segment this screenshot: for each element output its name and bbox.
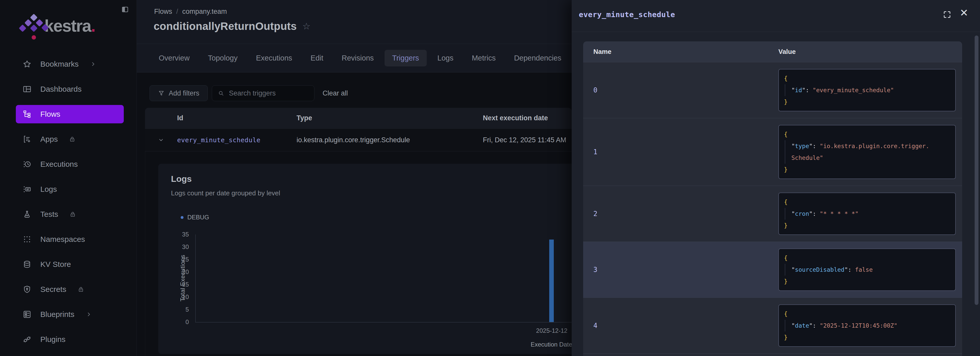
close-icon[interactable]: ✕ bbox=[959, 8, 968, 18]
sidebar-item-label: Flows bbox=[40, 110, 60, 118]
sidebar-item-tests[interactable]: Tests bbox=[16, 205, 124, 223]
property-value-code: {"cron": "* * * * *"} bbox=[778, 193, 956, 235]
tab-overview[interactable]: Overview bbox=[151, 50, 197, 66]
trigger-id-link[interactable]: every_minute_schedule bbox=[177, 136, 297, 144]
lock-icon bbox=[69, 136, 76, 142]
sidebar-nav: BookmarksDashboardsFlowsAppsExecutionsLo… bbox=[0, 55, 137, 355]
sidebar-item-logs[interactable]: Logs bbox=[16, 180, 124, 198]
search-icon bbox=[218, 90, 224, 97]
tab-revisions[interactable]: Revisions bbox=[334, 50, 382, 66]
property-row-5[interactable]: 5{"nextExecutionDate":"2025-12-12T10:45:… bbox=[583, 353, 962, 356]
breadcrumb-flows[interactable]: Flows bbox=[154, 8, 172, 16]
column-header-next-execution-date: Next execution date bbox=[483, 114, 572, 122]
add-filters-button[interactable]: Add filters bbox=[150, 85, 208, 101]
trigger-next-execution-date: Fri, Dec 12, 2025 11:45 AM bbox=[483, 136, 572, 144]
trigger-expanded-details: Logs Logs count per date grouped by leve… bbox=[145, 152, 572, 356]
logs-icon bbox=[22, 185, 32, 194]
main-content: Flows / company.team conditionallyReturn… bbox=[137, 0, 572, 356]
kestra-logo-text: kestra. bbox=[45, 18, 95, 34]
panel-header: every_minute_schedule ✕ bbox=[572, 0, 980, 32]
fullscreen-icon[interactable] bbox=[943, 10, 951, 19]
sidebar-item-label: Apps bbox=[40, 135, 58, 144]
sidebar-item-label: KV Store bbox=[40, 260, 71, 269]
scrollbar-thumb[interactable] bbox=[975, 35, 978, 305]
sidebar-item-blueprints[interactable]: Blueprints bbox=[16, 305, 124, 324]
legend-label: DEBUG bbox=[187, 214, 209, 221]
sidebar-item-plugins[interactable]: Plugins bbox=[16, 330, 124, 349]
sidebar-item-secrets[interactable]: Secrets bbox=[16, 280, 124, 299]
property-value-code: {"type": "io.kestra.plugin.core.trigger.… bbox=[778, 125, 956, 179]
column-header-name: Name bbox=[583, 48, 778, 56]
property-value-code: {"id": "every_minute_schedule"} bbox=[778, 69, 956, 111]
y-axis-tick: 0 bbox=[166, 318, 189, 326]
sidebar-item-dashboards[interactable]: Dashboards bbox=[16, 80, 124, 98]
sidebar-item-kv-store[interactable]: KV Store bbox=[16, 255, 124, 273]
sidebar-item-apps[interactable]: Apps bbox=[16, 130, 124, 148]
chevron-down-icon[interactable] bbox=[158, 137, 164, 143]
column-header-type: Type bbox=[297, 114, 483, 122]
panel-title: every_minute_schedule bbox=[579, 10, 675, 19]
trigger-details-panel: every_minute_schedule ✕ Name Value 0{"id… bbox=[572, 0, 980, 356]
x-axis-label: Execution Date bbox=[475, 341, 572, 348]
plugins-icon bbox=[22, 335, 32, 344]
sidebar-collapse-icon[interactable] bbox=[121, 6, 129, 13]
sidebar-item-flows[interactable]: Flows bbox=[16, 105, 124, 123]
chart-bar-debug[interactable] bbox=[549, 239, 554, 322]
sidebar-item-label: Dashboards bbox=[40, 85, 82, 93]
tab-logs[interactable]: Logs bbox=[430, 50, 461, 66]
chart-subtitle: Logs count per date grouped by level bbox=[171, 189, 280, 197]
legend-item-debug[interactable]: DEBUG bbox=[181, 214, 209, 221]
tab-edit[interactable]: Edit bbox=[303, 50, 331, 66]
tab-dependencies[interactable]: Dependencies bbox=[506, 50, 569, 66]
search-triggers-input[interactable]: Search triggers bbox=[212, 85, 314, 101]
property-value-code: {"sourceDisabled": false} bbox=[778, 249, 956, 291]
triggers-table: Id Type Next execution date every_minute… bbox=[145, 108, 572, 356]
kestra-logo[interactable]: kestra. bbox=[20, 12, 95, 40]
clear-all-link[interactable]: Clear all bbox=[323, 89, 348, 97]
executions-icon bbox=[22, 160, 32, 169]
lock-icon bbox=[69, 211, 76, 217]
favorite-star-icon[interactable]: ☆ bbox=[302, 21, 310, 32]
sidebar-item-executions[interactable]: Executions bbox=[16, 155, 124, 173]
dashboards-icon bbox=[22, 85, 32, 94]
chevron-right-icon bbox=[90, 61, 97, 67]
property-name: 1 bbox=[583, 148, 778, 156]
chevron-right-icon bbox=[86, 311, 92, 318]
chart-plot-area bbox=[195, 235, 572, 322]
logs-chart-card: Logs Logs count per date grouped by leve… bbox=[158, 164, 572, 354]
y-axis-tick: 35 bbox=[166, 231, 189, 238]
apps-icon bbox=[22, 134, 32, 144]
add-filters-label: Add filters bbox=[169, 89, 199, 97]
x-axis-tick: 2025-12-12 bbox=[531, 327, 572, 334]
property-row-0[interactable]: 0{"id": "every_minute_schedule"} bbox=[583, 62, 962, 118]
trigger-row[interactable]: every_minute_schedule io.kestra.plugin.c… bbox=[145, 128, 572, 152]
sidebar-item-namespaces[interactable]: Namespaces bbox=[16, 230, 124, 249]
property-name: 4 bbox=[583, 322, 778, 329]
property-row-1[interactable]: 1{"type": "io.kestra.plugin.core.trigger… bbox=[583, 118, 962, 186]
property-row-3[interactable]: 3{"sourceDisabled": false} bbox=[583, 242, 962, 297]
sidebar-item-bookmarks[interactable]: Bookmarks bbox=[16, 55, 124, 73]
property-row-2[interactable]: 2{"cron": "* * * * *"} bbox=[583, 186, 962, 242]
page-header: Flows / company.team conditionallyReturn… bbox=[137, 0, 572, 44]
sidebar-item-label: Executions bbox=[40, 160, 78, 169]
namespaces-icon bbox=[22, 235, 32, 244]
sidebar-item-label: Plugins bbox=[40, 335, 65, 344]
breadcrumb-separator: / bbox=[177, 8, 178, 16]
y-axis-tick: 5 bbox=[166, 306, 189, 313]
property-row-4[interactable]: 4{"date": "2025-12-12T10:45:00Z"} bbox=[583, 297, 962, 353]
breadcrumb-namespace[interactable]: company.team bbox=[182, 8, 227, 16]
funnel-icon bbox=[158, 90, 165, 97]
panel-body: Name Value 0{"id": "every_minute_schedul… bbox=[572, 32, 980, 356]
triggers-content: Add filters Search triggers Clear all Id… bbox=[137, 72, 572, 356]
trigger-properties-table: Name Value 0{"id": "every_minute_schedul… bbox=[583, 42, 962, 356]
property-name: 3 bbox=[583, 266, 778, 273]
lock-icon bbox=[78, 286, 84, 293]
page-title: conditionallyReturnOutputs bbox=[154, 20, 297, 32]
tab-topology[interactable]: Topology bbox=[200, 50, 245, 66]
sidebar-item-label: Bookmarks bbox=[40, 60, 79, 69]
properties-table-header: Name Value bbox=[583, 42, 962, 62]
flows-icon bbox=[22, 110, 32, 119]
tab-executions[interactable]: Executions bbox=[248, 50, 300, 66]
tab-triggers[interactable]: Triggers bbox=[385, 50, 427, 66]
tab-metrics[interactable]: Metrics bbox=[464, 50, 503, 66]
